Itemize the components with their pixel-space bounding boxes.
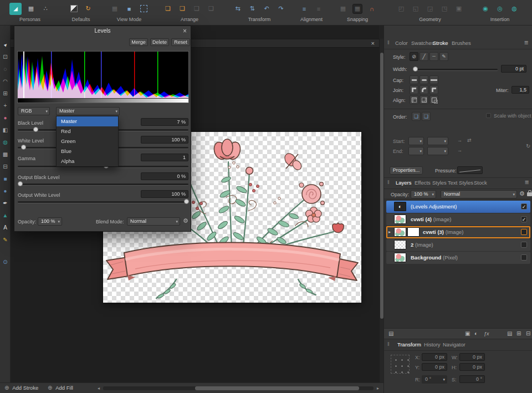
geometry-combine-icon[interactable]: ▣ <box>454 4 464 14</box>
tab-styles[interactable]: Styles <box>432 178 447 187</box>
panel-menu-icon[interactable]: ≣ <box>525 179 529 185</box>
layer-row-levels-adjustment[interactable]: ◐ (Levels Adjustment) ✓ <box>386 201 530 213</box>
anchor-point-selector[interactable] <box>391 355 410 374</box>
dropdown-option-green[interactable]: Green <box>57 136 118 146</box>
tab-swatches[interactable]: Swatches <box>411 39 434 48</box>
layer-visibility-checkbox[interactable] <box>521 254 527 261</box>
layer-row-2[interactable]: 2 (Image) <box>386 239 530 251</box>
slice-tool[interactable]: ⊟ <box>0 161 11 172</box>
rotate-cw-icon[interactable]: ↷ <box>276 4 286 14</box>
dialog-blend-select[interactable]: Normal▾ <box>127 217 180 226</box>
dropdown-option-red[interactable]: Red <box>57 126 118 136</box>
x-field[interactable]: 0 px <box>422 353 447 361</box>
bring-forward-icon[interactable]: ❏ <box>177 4 187 14</box>
tab-transform[interactable]: Transform <box>397 340 421 349</box>
ellipse-tool[interactable]: ● <box>0 185 11 196</box>
w-field[interactable]: 0 px <box>459 353 485 361</box>
layer-visibility-checkbox[interactable] <box>521 229 527 235</box>
new-layer-icon[interactable]: ▤ <box>507 330 512 336</box>
defaults-sync-icon[interactable]: ↻ <box>83 4 93 14</box>
delete-button[interactable]: Delete <box>150 38 169 46</box>
join-miter-button[interactable] <box>410 85 418 94</box>
align-center-button[interactable] <box>410 95 418 104</box>
add-stroke-button[interactable]: ⊕ Add Stroke <box>4 385 38 391</box>
geometry-divide-icon[interactable]: ◳ <box>439 4 449 14</box>
layer-visibility-checkbox[interactable] <box>521 242 527 248</box>
join-bevel-button[interactable] <box>429 85 438 94</box>
end-arrow-icon[interactable]: → <box>457 147 462 153</box>
new-group-icon[interactable]: ⊞ <box>516 330 521 336</box>
tab-effects[interactable]: Effects <box>415 178 431 187</box>
geometry-intersect-icon[interactable]: ◲ <box>425 4 435 14</box>
viewmode-single-icon[interactable]: ■ <box>124 4 134 14</box>
scroll-left-icon[interactable]: ◂ <box>98 386 100 391</box>
dialog-close-icon[interactable]: × <box>183 27 187 35</box>
dropdown-option-master[interactable]: Master <box>57 116 118 126</box>
start-style-select[interactable]: ▾ <box>427 137 448 145</box>
panel-drag-handle-icon[interactable]: ‖ <box>387 40 390 45</box>
send-to-back-icon[interactable]: ❏ <box>206 4 216 14</box>
cap-round-button[interactable] <box>420 75 428 84</box>
mask-layer-icon[interactable]: ▣ <box>465 330 470 336</box>
layer-visibility-checkbox[interactable]: ✓ <box>521 216 527 222</box>
black-level-handle[interactable] <box>33 127 38 132</box>
node-tool[interactable]: ▲ <box>0 210 11 221</box>
document-close-icon[interactable]: × <box>371 40 375 47</box>
stroke-style-none-button[interactable]: ⊘ <box>410 52 418 61</box>
tab-navigator[interactable]: Navigator <box>443 340 466 349</box>
marquee-tool[interactable]: ⊡ <box>0 51 11 62</box>
selection-brush-tool[interactable]: ◠ <box>0 75 11 86</box>
align-vertical-icon[interactable]: ≡ <box>314 4 324 14</box>
swatch-tool[interactable]: ◍ <box>0 136 11 147</box>
align-horizontal-icon[interactable]: ≡ <box>299 4 309 14</box>
scroll-right-icon[interactable]: ▸ <box>377 386 379 391</box>
start-arrow-icon[interactable]: → <box>457 137 462 143</box>
insert-top-icon[interactable]: ◎ <box>495 4 505 14</box>
join-round-button[interactable] <box>420 85 428 94</box>
end-style-select[interactable]: ▾ <box>427 147 448 155</box>
layer-visibility-checkbox[interactable]: ✓ <box>521 203 527 210</box>
insert-behind-icon[interactable]: ◍ <box>509 4 519 14</box>
output-black-slider[interactable] <box>18 183 188 185</box>
start-pressure-select[interactable]: ▾ <box>408 137 424 145</box>
cap-butt-button[interactable] <box>410 75 418 84</box>
geometry-subtract-icon[interactable]: ◱ <box>411 4 421 14</box>
inpainting-tool[interactable]: + <box>0 100 11 111</box>
layers-settings-gear-icon[interactable]: ⚙ <box>519 190 525 197</box>
target-channel-select[interactable]: Master▾ <box>56 107 120 115</box>
viewmode-grid-icon[interactable]: ▦ <box>110 4 120 14</box>
tab-stroke[interactable]: Stroke <box>433 39 448 48</box>
add-fill-button[interactable]: ⊕ Add Fill <box>48 385 73 391</box>
fx-icon[interactable]: ƒx <box>484 331 489 336</box>
lock-icon[interactable] <box>527 192 532 196</box>
dropdown-option-alpha[interactable]: Alpha <box>57 156 118 166</box>
s-field[interactable]: 0 ° <box>459 375 485 383</box>
start-swap-icon[interactable]: ⇄ <box>467 137 472 143</box>
magnet-icon[interactable]: ∩ <box>367 4 377 14</box>
brush-tool[interactable]: ✎ <box>0 234 11 245</box>
align-outside-button[interactable] <box>429 95 438 104</box>
layers-stack-icon[interactable]: ▤ <box>388 330 393 336</box>
r-select[interactable]: 0 °▾ <box>422 375 447 384</box>
white-level-field[interactable]: 100 % <box>141 136 188 144</box>
defaults-swatches-icon[interactable] <box>69 4 79 14</box>
width-slider-track[interactable] <box>413 69 498 70</box>
black-level-field[interactable]: 7 % <box>141 118 188 126</box>
white-level-handle[interactable] <box>21 145 26 150</box>
tab-layers[interactable]: Layers <box>396 178 412 187</box>
dialog-opacity-select[interactable]: 100 %▾ <box>38 217 62 226</box>
reset-button[interactable]: Reset <box>171 38 190 46</box>
tab-stock[interactable]: Stock <box>474 178 487 187</box>
channel-select[interactable]: RGB▾ <box>18 107 50 115</box>
crop-tool[interactable]: ⊞ <box>0 88 11 99</box>
order-behind-button[interactable]: ❏ <box>422 112 431 121</box>
blend-mode-select[interactable]: Normal▾ <box>441 190 517 198</box>
stroke-style-brush-button[interactable]: ✎ <box>439 52 448 61</box>
pen-tool[interactable]: ✒ <box>0 197 11 208</box>
sync-ends-icon[interactable]: ↻ <box>526 143 530 149</box>
zoom-tool[interactable]: ⊙ <box>0 256 11 267</box>
horizontal-scrollbar[interactable] <box>103 386 374 390</box>
stroke-style-dash-button[interactable]: ┄ <box>429 52 438 61</box>
vertical-scrollbar[interactable] <box>379 39 383 382</box>
expand-arrow-icon[interactable]: ▸ <box>388 229 391 234</box>
